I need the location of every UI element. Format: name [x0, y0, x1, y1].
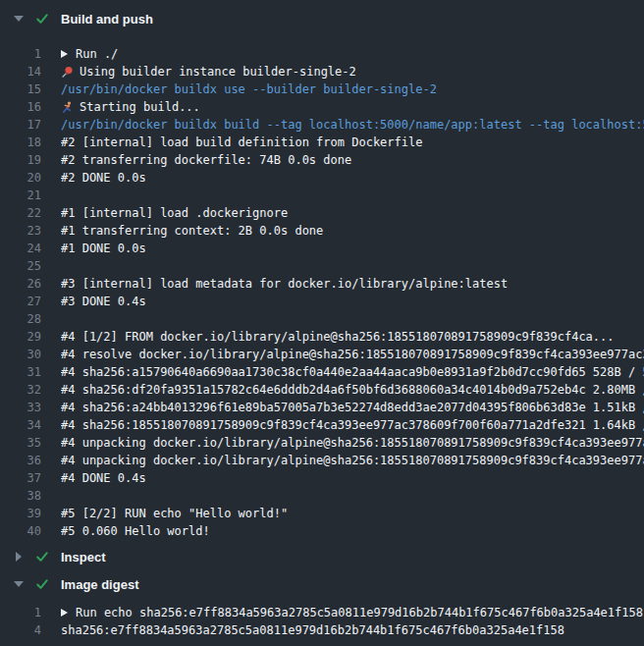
- check-icon: [35, 577, 49, 591]
- log-text: #1 [internal] load .dockerignore: [61, 204, 288, 222]
- log-line: 24#1 DONE 0.0s: [0, 240, 644, 257]
- log-command-text: /usr/bin/docker buildx use --builder bui…: [61, 81, 437, 98]
- log-line: 23#1 transferring context: 2B 0.0s done: [0, 222, 644, 240]
- log-line: 16Starting build...: [0, 98, 644, 116]
- line-number[interactable]: 17: [0, 116, 41, 134]
- line-number[interactable]: 27: [0, 293, 41, 310]
- play-icon[interactable]: [61, 50, 68, 58]
- log-line: 1Run ./: [0, 45, 644, 63]
- log-text: #4 unpacking docker.io/library/alpine@sh…: [61, 434, 644, 452]
- log-line-content: #4 sha256:a24bb4013296f61e89ba57005a7b3e…: [61, 399, 644, 416]
- log-section-inspect: Inspect: [0, 546, 644, 567]
- section-log-lines: 1Run ./14Using builder instance builder-…: [0, 45, 644, 540]
- line-number[interactable]: 37: [0, 469, 41, 487]
- line-number[interactable]: 4: [0, 621, 41, 639]
- check-icon: [35, 550, 49, 564]
- line-number[interactable]: 32: [0, 381, 41, 399]
- log-text: #4 sha256:df20fa9351a15782c64e6dddb2d4a6…: [61, 381, 644, 399]
- log-line-content: Run ./: [61, 45, 644, 63]
- log-text: #4 unpacking docker.io/library/alpine@sh…: [61, 452, 644, 469]
- line-number[interactable]: 24: [0, 240, 41, 257]
- log-line-content: #1 transferring context: 2B 0.0s done: [61, 222, 644, 240]
- log-line: 4sha256:e7ff8834a5963a2785c5a0811e979d16…: [0, 621, 644, 639]
- log-line-content: [61, 487, 644, 505]
- log-text: #5 0.060 Hello world!: [61, 522, 210, 540]
- log-line-content: #4 sha256:df20fa9351a15782c64e6dddb2d4a6…: [61, 381, 644, 399]
- log-line: 37#4 DONE 0.4s: [0, 469, 644, 487]
- log-line-content: #4 sha256:185518070891758909c9f839cf4ca3…: [61, 416, 644, 434]
- log-line-content: #2 transferring dockerfile: 74B 0.0s don…: [61, 151, 644, 169]
- line-number[interactable]: 14: [0, 63, 41, 81]
- line-number[interactable]: 23: [0, 222, 41, 240]
- log-line-content: /usr/bin/docker buildx build --tag local…: [61, 116, 644, 134]
- line-number[interactable]: 35: [0, 434, 41, 452]
- log-line: 20#2 DONE 0.0s: [0, 169, 644, 187]
- log-line-content: [61, 310, 644, 328]
- line-number[interactable]: 38: [0, 487, 41, 505]
- line-number[interactable]: 25: [0, 257, 41, 275]
- line-number[interactable]: 36: [0, 452, 41, 469]
- log-line: 36#4 unpacking docker.io/library/alpine@…: [0, 452, 644, 469]
- log-text: Run echo sha256:e7ff8834a5963a2785c5a081…: [76, 604, 643, 621]
- log-line-content: #4 unpacking docker.io/library/alpine@sh…: [61, 452, 644, 469]
- log-command-text: /usr/bin/docker buildx build --tag local…: [61, 116, 644, 134]
- log-text: Using builder instance builder-single-2: [80, 63, 356, 81]
- log-line: 34#4 sha256:185518070891758909c9f839cf4c…: [0, 416, 644, 434]
- chevron-down-icon: [14, 16, 24, 22]
- check-icon: [35, 12, 49, 26]
- line-number[interactable]: 31: [0, 363, 41, 381]
- play-icon[interactable]: [61, 609, 68, 617]
- section-title: Image digest: [61, 577, 138, 592]
- log-line: 26#3 [internal] load metadata for docker…: [0, 275, 644, 293]
- line-number[interactable]: 20: [0, 169, 41, 187]
- section-header-build-and-push[interactable]: Build and push: [0, 8, 644, 29]
- chevron-right-icon: [16, 552, 22, 562]
- log-line: 1Run echo sha256:e7ff8834a5963a2785c5a08…: [0, 604, 644, 621]
- log-line: 33#4 sha256:a24bb4013296f61e89ba57005a7b…: [0, 399, 644, 416]
- line-number[interactable]: 1: [0, 604, 41, 621]
- line-number[interactable]: 28: [0, 310, 41, 328]
- line-number[interactable]: 1: [0, 45, 41, 63]
- log-section-build-and-push: Build and push1Run ./14Using builder ins…: [0, 8, 644, 540]
- line-number[interactable]: 26: [0, 275, 41, 293]
- log-line-content: #4 resolve docker.io/library/alpine@sha2…: [61, 346, 644, 363]
- log-line-content: Using builder instance builder-single-2: [61, 63, 644, 81]
- section-title: Build and push: [61, 12, 153, 27]
- line-number[interactable]: 39: [0, 505, 41, 522]
- section-header-inspect[interactable]: Inspect: [0, 546, 644, 567]
- log-text: #2 [internal] load build definition from…: [61, 134, 422, 151]
- log-line-content: #2 [internal] load build definition from…: [61, 134, 644, 151]
- log-line: 38: [0, 487, 644, 505]
- line-number[interactable]: 19: [0, 151, 41, 169]
- section-header-image-digest[interactable]: Image digest: [0, 573, 644, 595]
- log-text: #4 sha256:a15790640a6690aa1730c38cf0a440…: [61, 363, 644, 381]
- line-number[interactable]: 18: [0, 134, 41, 151]
- line-number[interactable]: 33: [0, 399, 41, 416]
- log-line-content: #4 unpacking docker.io/library/alpine@sh…: [61, 434, 644, 452]
- log-line: 17/usr/bin/docker buildx build --tag loc…: [0, 116, 644, 134]
- log-text: #1 transferring context: 2B 0.0s done: [61, 222, 323, 240]
- log-line: 22#1 [internal] load .dockerignore: [0, 204, 644, 222]
- line-number[interactable]: 22: [0, 204, 41, 222]
- log-text: #4 [1/2] FROM docker.io/library/alpine@s…: [61, 328, 615, 346]
- log-line: 25: [0, 257, 644, 275]
- log-line: 14Using builder instance builder-single-…: [0, 63, 644, 81]
- log-line-content: #4 [1/2] FROM docker.io/library/alpine@s…: [61, 328, 644, 346]
- line-number[interactable]: 21: [0, 187, 41, 204]
- runner-icon: [61, 101, 74, 114]
- log-line-content: #4 DONE 0.4s: [61, 469, 644, 487]
- line-number[interactable]: 40: [0, 522, 41, 540]
- log-line-content: #5 0.060 Hello world!: [61, 522, 644, 540]
- line-number[interactable]: 15: [0, 81, 41, 98]
- line-number[interactable]: 29: [0, 328, 41, 346]
- log-text: #2 DONE 0.0s: [61, 169, 146, 187]
- chevron-down-icon: [14, 581, 24, 587]
- log-text: Starting build...: [80, 98, 200, 116]
- log-line-content: [61, 257, 644, 275]
- log-line-content: Starting build...: [61, 98, 644, 116]
- log-text: #3 [internal] load metadata for docker.i…: [61, 275, 508, 293]
- line-number[interactable]: 30: [0, 346, 41, 363]
- log-text: #4 sha256:a24bb4013296f61e89ba57005a7b3e…: [61, 399, 644, 416]
- line-number[interactable]: 16: [0, 98, 41, 116]
- line-number[interactable]: 34: [0, 416, 41, 434]
